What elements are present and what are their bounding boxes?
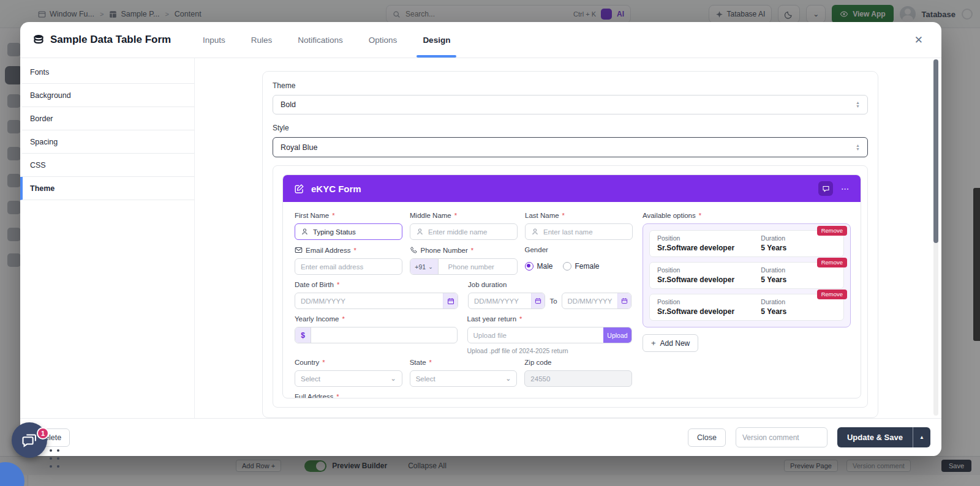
position-value: Sr.Software developer — [657, 244, 761, 252]
content-scrollbar-track[interactable] — [933, 59, 938, 416]
currency-prefix: $ — [295, 327, 311, 343]
upload-file-input[interactable] — [473, 332, 599, 339]
style-select[interactable]: Royal Blue ▲ ▼ — [273, 137, 868, 157]
update-save-split-button: Update & Save ▲ — [837, 427, 930, 447]
tab-notifications[interactable]: Notifications — [288, 22, 353, 58]
gender-female-radio[interactable]: Female — [563, 262, 600, 271]
field-middle-name: Middle Name* — [410, 212, 518, 240]
sidebar-item-background[interactable]: Background — [20, 84, 194, 107]
duration-value: 5 Years — [761, 307, 836, 316]
tab-design[interactable]: Design — [413, 22, 460, 58]
option-card: Remove Position Sr.Software developer Du… — [649, 262, 844, 289]
edit-pencil-icon[interactable] — [294, 184, 304, 194]
required-mark: * — [699, 212, 701, 219]
tab-inputs[interactable]: Inputs — [193, 22, 235, 58]
form-designer-modal: Sample Data Table Form Inputs Rules Noti… — [20, 22, 941, 456]
close-button[interactable]: Close — [688, 428, 726, 447]
field-email: Email Address* — [295, 246, 402, 275]
selector-arrows-icon: ▲ ▼ — [856, 101, 860, 108]
plus-icon: + — [651, 338, 656, 348]
field-phone: Phone Number* +91 ⌄ — [410, 246, 518, 275]
theme-select[interactable]: Bold ▲ ▼ — [273, 95, 868, 114]
required-mark: * — [332, 212, 334, 219]
more-menu-icon[interactable]: ⋯ — [841, 184, 850, 193]
calendar-icon[interactable] — [617, 293, 631, 308]
last-name-input[interactable] — [543, 228, 627, 236]
remove-button[interactable]: Remove — [817, 226, 847, 236]
country-code-select[interactable]: +91 ⌄ — [410, 259, 439, 274]
version-comment-input[interactable] — [736, 427, 827, 447]
phone-icon — [410, 246, 418, 254]
sidebar-item-fonts[interactable]: Fonts — [20, 61, 194, 84]
content-scrollbar-thumb[interactable] — [933, 59, 938, 243]
tab-rules[interactable]: Rules — [241, 22, 282, 58]
required-mark: * — [519, 315, 522, 323]
ekyc-form-card: eKYC Form ⋯ — [282, 174, 861, 398]
calendar-icon[interactable] — [531, 293, 545, 308]
chat-unread-badge: 1 — [37, 427, 49, 439]
email-input[interactable] — [301, 263, 396, 271]
required-mark: * — [337, 281, 339, 288]
required-mark: * — [354, 247, 356, 254]
person-icon — [301, 228, 309, 236]
update-save-button[interactable]: Update & Save — [837, 427, 913, 447]
remove-button[interactable]: Remove — [817, 290, 847, 299]
position-value: Sr.Software developer — [657, 275, 761, 284]
design-sidebar: Fonts Background Border Spacing CSS Them… — [20, 58, 195, 418]
required-mark: * — [322, 359, 325, 366]
first-name-input[interactable] — [313, 228, 396, 236]
state-select[interactable]: Select ⌄ — [410, 370, 518, 387]
duration-value: 5 Years — [761, 275, 836, 284]
field-state: State* Select ⌄ — [410, 359, 518, 387]
middle-name-input[interactable] — [428, 228, 511, 236]
field-yearly-income: Yearly Income* $ — [295, 315, 458, 354]
ekyc-form-header: eKYC Form ⋯ — [283, 175, 861, 202]
modal-footer: Delete Close Update & Save ▲ — [20, 418, 941, 456]
job-duration-to-input[interactable] — [568, 297, 613, 305]
phone-input[interactable] — [443, 263, 517, 271]
field-first-name: First Name* — [295, 212, 402, 240]
theme-select-value: Bold — [281, 100, 296, 109]
remove-button[interactable]: Remove — [817, 258, 847, 267]
upload-helper-text: Upload .pdf file of 2024-2025 return — [467, 347, 632, 354]
sidebar-item-spacing[interactable]: Spacing — [20, 130, 194, 154]
calendar-icon[interactable] — [443, 293, 458, 308]
yearly-income-input[interactable] — [315, 332, 457, 339]
required-mark: * — [342, 315, 344, 323]
save-options-toggle[interactable]: ▲ — [913, 427, 930, 447]
ekyc-form-body: First Name* Middle Name* — [283, 202, 861, 398]
job-duration-to-label: To — [549, 297, 557, 305]
job-duration-from-input[interactable] — [474, 297, 527, 305]
dob-input[interactable] — [301, 297, 439, 305]
comments-icon[interactable] — [818, 181, 833, 196]
field-last-year-return: Last year return* Upload Upload .pdf fil… — [467, 315, 632, 354]
field-zip: Zip code — [524, 359, 632, 387]
sidebar-item-css[interactable]: CSS — [20, 154, 194, 177]
upload-button[interactable]: Upload — [603, 327, 631, 343]
form-preview-container: eKYC Form ⋯ — [273, 165, 868, 408]
caret-up-icon: ▲ — [919, 435, 924, 440]
add-new-button[interactable]: + Add New — [643, 334, 698, 352]
theme-panel: Theme Bold ▲ ▼ Style Royal Blue ▲ ▼ — [262, 71, 878, 418]
country-select[interactable]: Select ⌄ — [295, 370, 402, 387]
chevron-down-icon: ⌄ — [428, 264, 433, 270]
field-gender: Gender Male Female — [525, 246, 633, 275]
option-card: Remove Position Sr.Software developer Du… — [649, 230, 844, 257]
database-icon — [32, 34, 45, 46]
modal-tabs: Inputs Rules Notifications Options Desig… — [193, 22, 460, 58]
gender-male-radio[interactable]: Male — [525, 262, 553, 271]
sidebar-item-border[interactable]: Border — [20, 107, 194, 130]
selector-arrows-icon: ▲ ▼ — [856, 144, 860, 151]
zip-input — [530, 375, 626, 383]
ekyc-header-actions: ⋯ — [818, 181, 850, 196]
field-dob: Date of Birth* — [295, 281, 458, 309]
tab-options[interactable]: Options — [359, 22, 407, 58]
drag-handle[interactable] — [50, 449, 59, 468]
sidebar-item-theme[interactable]: Theme — [20, 177, 194, 200]
person-icon — [531, 228, 539, 236]
field-full-address: Full Address* — [295, 393, 632, 398]
close-icon[interactable]: ✕ — [911, 31, 927, 49]
position-label: Position — [657, 298, 761, 305]
position-label: Position — [657, 266, 761, 274]
person-icon — [416, 228, 424, 236]
